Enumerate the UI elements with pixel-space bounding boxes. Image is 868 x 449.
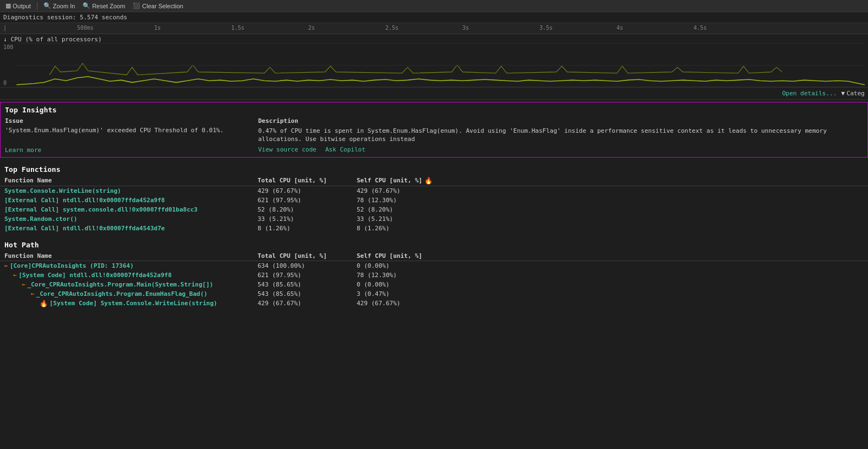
functions-rows-container: System.Console.WriteLine(string) 429 (67… [0, 186, 868, 233]
hotpath-header-row: Function Name Total CPU [unit, %] Self C… [0, 251, 868, 261]
insights-col-issue-header: Issue [5, 117, 258, 125]
hotpath-row: ← _Core_CPRAutoInsights.Program.EnumHasF… [0, 289, 868, 299]
function-self-1: 78 (12.30%) [357, 197, 456, 204]
grid-bottom [17, 86, 865, 87]
function-name-link-4[interactable]: [External Call] ntdll.dll!0x00007ffda454… [4, 225, 165, 232]
output-label: Output [13, 3, 31, 9]
cpu-label: ↓ CPU (% of all processors) [0, 34, 868, 43]
function-name-link-2[interactable]: [External Call] system.console.dll!0x000… [4, 206, 198, 213]
function-row: System.Random.ctor() 33 (5.21%) 33 (5.21… [0, 214, 868, 224]
hotpath-name-link-2[interactable]: _Core_CPRAutoInsights.Program.Main(Syste… [28, 281, 214, 288]
clear-selection-button[interactable]: ⬛ Clear Selection [129, 2, 187, 10]
description-text: 0.47% of CPU time is spent in System.Enu… [258, 127, 863, 144]
zoom-in-button[interactable]: 🔍 Zoom In [40, 2, 78, 10]
hotpath-name-link-4[interactable]: [System Code] System.Console.WriteLine(s… [50, 300, 217, 307]
categ-button[interactable]: ▼ Categ [841, 90, 865, 97]
function-total-0: 429 (67.67%) [258, 187, 357, 194]
functions-header-row: Function Name Total CPU [unit, %] Self C… [0, 176, 868, 186]
clear-selection-label: Clear Selection [142, 3, 183, 9]
reset-zoom-button[interactable]: 🔍 Reset Zoom [79, 2, 128, 10]
cpu-y-bottom: 0 [3, 80, 17, 86]
ask-copilot-link[interactable]: Ask Copilot [325, 146, 365, 154]
ruler-tick-1s: 1s [154, 25, 161, 31]
toolbar-separator [37, 2, 37, 10]
cpu-y-axis: 100 0 [3, 43, 17, 87]
hotpath-self-2: 0 (0.00%) [357, 281, 456, 288]
fn-col-total-header: Total CPU [unit, %] [258, 177, 357, 185]
hotpath-total-4: 429 (67.67%) [258, 300, 357, 307]
ruler-tick-2s: 2s [308, 25, 315, 31]
cpu-chart-area: 100 0 [3, 43, 865, 87]
insights-col-desc-header: Description [258, 117, 863, 125]
function-total-3: 33 (5.21%) [258, 215, 357, 223]
arrow-icon-0: ← [4, 262, 8, 269]
hotpath-total-1: 621 (97.95%) [258, 272, 357, 279]
function-total-4: 8 (1.26%) [258, 225, 357, 232]
zoom-in-label: Zoom In [53, 3, 75, 9]
top-insights-title: Top Insights [1, 102, 867, 116]
clear-selection-icon: ⬛ [133, 2, 140, 9]
function-self-4: 8 (1.26%) [357, 225, 456, 232]
reset-zoom-label: Reset Zoom [92, 3, 125, 9]
hotpath-self-0: 0 (0.00%) [357, 262, 456, 269]
hotpath-row: 🔥 [System Code] System.Console.WriteLine… [0, 299, 868, 309]
hp-col-name-header: Function Name [4, 252, 258, 259]
hotpath-name-link-1[interactable]: [System Code] ntdll.dll!0x00007ffda452a9… [19, 272, 172, 279]
open-details-bar: Open details... ▼ Categ [0, 88, 868, 100]
arrow-icon-3: ← [31, 290, 35, 297]
ruler-tick-1-5s: 1.5s [231, 25, 244, 31]
arrow-icon-1: ← [13, 272, 17, 279]
fire-icon-4: 🔥 [40, 300, 48, 307]
reset-zoom-icon: 🔍 [83, 2, 90, 9]
grid-mid [17, 65, 865, 66]
function-name-link-0[interactable]: System.Console.WriteLine(string) [4, 187, 121, 194]
insights-header-row: Issue Description [1, 116, 867, 126]
timeline-ruler: | 500ms 1s 1.5s 2s 2.5s 3s 3.5s 4s 4.5s [0, 23, 868, 34]
main-content: Top Insights Issue Description 'System.E… [0, 102, 868, 309]
arrow-icon-2: ← [22, 281, 26, 288]
hotpath-rows-container: ← [Core]CPRAutoInsights (PID: 17364) 634… [0, 261, 868, 309]
function-self-2: 52 (8.20%) [357, 206, 456, 213]
zoom-in-icon: 🔍 [43, 2, 51, 9]
session-bar: Diagnostics session: 5.574 seconds [0, 12, 868, 23]
ruler-tick-3s: 3s [462, 25, 469, 31]
function-row: System.Console.WriteLine(string) 429 (67… [0, 186, 868, 196]
grid-top [17, 43, 865, 44]
hp-col-total-header: Total CPU [unit, %] [258, 252, 357, 259]
function-self-0: 429 (67.67%) [357, 187, 456, 194]
hotpath-name-link-3[interactable]: _Core_CPRAutoInsights.Program.EnumHasFla… [36, 290, 208, 297]
insights-data-row: 'System.Enum.HasFlag(enum)' exceeded CPU… [1, 126, 867, 145]
filter-icon: ▼ [841, 90, 845, 97]
ruler-tick-3-5s: 3.5s [539, 25, 553, 31]
hotpath-row: ← [System Code] ntdll.dll!0x00007ffda452… [0, 271, 868, 280]
function-name-link-3[interactable]: System.Random.ctor() [4, 215, 77, 223]
cpu-y-top: 100 [3, 44, 17, 50]
cpu-section: ↓ CPU (% of all processors) 100 0 [0, 34, 868, 88]
ruler-tick-4s: 4s [616, 25, 623, 31]
toolbar: ▦ Output 🔍 Zoom In 🔍 Reset Zoom ⬛ Clear … [0, 0, 868, 12]
open-details-link[interactable]: Open details... [782, 90, 837, 97]
hot-path-section: Hot Path Function Name Total CPU [unit, … [0, 237, 868, 309]
hotpath-total-0: 634 (100.00%) [258, 262, 357, 269]
issue-text: 'System.Enum.HasFlag(enum)' exceeded CPU… [5, 127, 258, 134]
self-cpu-fire-icon: 🔥 [424, 177, 433, 185]
hotpath-self-1: 78 (12.30%) [357, 272, 456, 279]
hot-path-title: Hot Path [0, 237, 868, 251]
fn-col-name-header: Function Name [4, 177, 258, 185]
output-button[interactable]: ▦ Output [2, 2, 34, 10]
ruler-tick-500ms: 500ms [77, 25, 94, 31]
hotpath-self-3: 3 (0.47%) [357, 290, 456, 297]
function-row: [External Call] system.console.dll!0x000… [0, 205, 868, 214]
function-row: [External Call] ntdll.dll!0x00007ffda452… [0, 196, 868, 205]
learn-more-link[interactable]: Learn more [5, 147, 41, 154]
function-name-link-1[interactable]: [External Call] ntdll.dll!0x00007ffda452… [4, 197, 165, 204]
view-source-link[interactable]: View source code [258, 146, 316, 154]
function-row: [External Call] ntdll.dll!0x00007ffda454… [0, 224, 868, 233]
top-insights-section: Top Insights Issue Description 'System.E… [0, 102, 868, 158]
hotpath-total-2: 543 (85.65%) [258, 281, 357, 288]
fn-col-self-header: Self CPU [unit, %] 🔥 [357, 177, 456, 185]
hp-col-self-header: Self CPU [unit, %] [357, 252, 456, 259]
top-functions-title: Top Functions [0, 162, 868, 176]
ruler-tick-4-5s: 4.5s [694, 25, 707, 31]
hotpath-name-link-0[interactable]: [Core]CPRAutoInsights (PID: 17364) [10, 262, 134, 269]
